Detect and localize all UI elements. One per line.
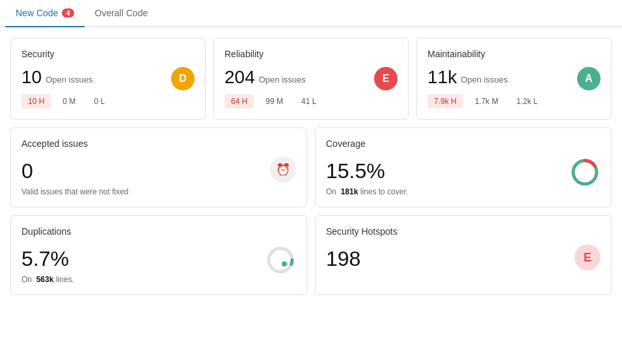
svg-point-4 — [282, 261, 287, 266]
coverage-card: Coverage 15.5% On 181k lines to cover. — [315, 127, 612, 207]
accepted-issues-count: 0 — [21, 159, 129, 183]
maintainability-title: Maintainability — [427, 49, 601, 59]
mid-row: Accepted issues 0 Valid issues that were… — [10, 127, 612, 207]
duplications-data: 5.7% On 563k lines. — [21, 244, 74, 284]
security-grade: D — [171, 67, 195, 90]
reliability-issues-group: 204 Open issues 64 H 99 M 41 L — [224, 67, 323, 109]
security-hotspots-card: Security Hotspots 198 E — [315, 215, 612, 295]
main-content: Security 10 Open issues 10 H 0 M 0 L D — [0, 27, 622, 306]
reliability-grade: E — [374, 67, 398, 90]
maintainability-issues-label: Open issues — [461, 75, 507, 84]
coverage-donut — [569, 157, 601, 188]
maintainability-severity-row: 7.9k H 1.7k M 1.2k L — [427, 94, 544, 109]
tab-new-code-label: New Code — [16, 8, 58, 18]
maintainability-grade: A — [577, 67, 601, 90]
security-card: Security 10 Open issues 10 H 0 M 0 L D — [10, 38, 206, 120]
security-issues-row: 10 Open issues — [21, 67, 111, 88]
duplications-percentage: 5.7% — [21, 247, 74, 271]
duplications-lines-label: lines. — [56, 275, 74, 284]
top-row: Security 10 Open issues 10 H 0 M 0 L D — [10, 38, 612, 120]
security-issues-label: Open issues — [46, 75, 92, 84]
svg-point-2 — [269, 248, 292, 272]
reliability-severity-row: 64 H 99 M 41 L — [224, 94, 323, 109]
security-hotspots-title: Security Hotspots — [326, 226, 601, 237]
maintainability-high: 7.9k H — [427, 94, 463, 109]
accepted-issues-inner: 0 Valid issues that were not fixed ⏰ — [21, 157, 296, 196]
accepted-issues-icon: ⏰ — [270, 157, 296, 183]
duplications-sub: On 563k lines. — [21, 275, 74, 284]
tab-bar: New Code 4 Overall Code — [0, 0, 622, 27]
coverage-on-label: On — [326, 187, 336, 196]
coverage-percentage: 15.5% — [326, 159, 408, 183]
security-header: 10 Open issues 10 H 0 M 0 L D — [21, 67, 195, 109]
security-hotspots-data: 198 — [326, 244, 360, 275]
reliability-count: 204 — [224, 67, 255, 88]
security-issues-group: 10 Open issues 10 H 0 M 0 L — [21, 67, 111, 109]
reliability-low: 41 L — [295, 94, 323, 109]
reliability-medium: 99 M — [259, 94, 290, 109]
maintainability-low: 1.2k L — [510, 94, 545, 109]
reliability-issues-label: Open issues — [259, 75, 306, 84]
duplications-inner: 5.7% On 563k lines. — [21, 244, 296, 284]
reliability-high: 64 H — [224, 94, 254, 109]
reliability-issues-row: 204 Open issues — [224, 67, 323, 88]
bottom-row: Duplications 5.7% On 563k lines. — [10, 215, 612, 295]
maintainability-header: 11k Open issues 7.9k H 1.7k M 1.2k L A — [427, 67, 601, 109]
coverage-data: 15.5% On 181k lines to cover. — [326, 157, 408, 196]
security-hotspots-inner: 198 E — [326, 244, 601, 275]
security-high: 10 H — [21, 94, 51, 109]
reliability-card: Reliability 204 Open issues 64 H 99 M 41… — [213, 38, 409, 120]
reliability-title: Reliability — [224, 49, 398, 59]
duplications-title: Duplications — [21, 226, 296, 237]
accepted-issues-card: Accepted issues 0 Valid issues that were… — [10, 127, 307, 207]
maintainability-issues-group: 11k Open issues 7.9k H 1.7k M 1.2k L — [427, 67, 544, 109]
security-low: 0 L — [87, 94, 111, 109]
security-hotspots-grade: E — [575, 244, 601, 270]
maintainability-medium: 1.7k M — [468, 94, 505, 109]
coverage-lines-count: 181k — [341, 187, 358, 196]
maintainability-issues-row: 11k Open issues — [427, 67, 544, 88]
security-count: 10 — [21, 67, 42, 88]
reliability-header: 204 Open issues 64 H 99 M 41 L E — [224, 67, 398, 109]
coverage-sub: On 181k lines to cover. — [326, 187, 408, 196]
coverage-inner: 15.5% On 181k lines to cover. — [326, 157, 601, 196]
security-severity-row: 10 H 0 M 0 L — [21, 94, 111, 109]
accepted-issues-sub: Valid issues that were not fixed — [21, 187, 129, 196]
security-title: Security — [21, 49, 195, 59]
tab-overall-code-label: Overall Code — [95, 8, 148, 18]
duplications-on-label: On — [21, 275, 32, 284]
accepted-issues-data: 0 Valid issues that were not fixed — [21, 157, 129, 196]
security-hotspots-count: 198 — [326, 247, 360, 271]
duplications-icon — [265, 244, 296, 276]
coverage-title: Coverage — [326, 138, 601, 149]
maintainability-count: 11k — [427, 67, 457, 88]
tab-overall-code[interactable]: Overall Code — [85, 0, 159, 27]
tab-new-code-badge: 4 — [62, 8, 74, 18]
duplications-card: Duplications 5.7% On 563k lines. — [10, 215, 307, 295]
tab-new-code[interactable]: New Code 4 — [5, 0, 85, 27]
accepted-issues-title: Accepted issues — [21, 138, 296, 149]
security-medium: 0 M — [56, 94, 82, 109]
duplications-lines-count: 563k — [36, 275, 54, 284]
maintainability-card: Maintainability 11k Open issues 7.9k H 1… — [416, 38, 612, 120]
coverage-lines-label: lines to cover. — [360, 187, 408, 196]
